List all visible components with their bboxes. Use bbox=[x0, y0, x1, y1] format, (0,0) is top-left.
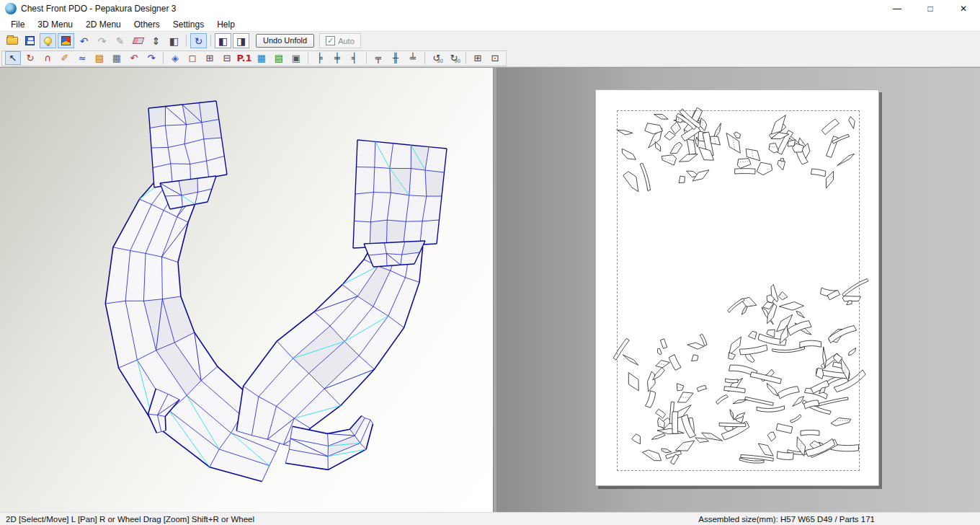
pattern-part[interactable] bbox=[737, 159, 751, 169]
pattern-part[interactable] bbox=[656, 409, 666, 418]
pattern-part[interactable] bbox=[646, 391, 656, 408]
texture-tool-icon[interactable]: ▦ bbox=[109, 51, 125, 65]
sync-views-icon[interactable]: ↻ bbox=[190, 33, 207, 48]
redo-icon[interactable]: ↷ bbox=[94, 33, 110, 48]
pattern-part[interactable] bbox=[767, 432, 775, 441]
pattern-part[interactable] bbox=[777, 451, 793, 460]
pattern-part[interactable] bbox=[735, 169, 755, 175]
pattern-part[interactable] bbox=[757, 162, 772, 175]
divide-edge-icon[interactable]: ⊟ bbox=[219, 51, 235, 65]
pattern-part[interactable] bbox=[658, 418, 665, 428]
pattern-part[interactable] bbox=[660, 339, 667, 349]
pattern-part[interactable] bbox=[700, 118, 707, 131]
pattern-part[interactable] bbox=[640, 163, 651, 190]
pattern-part[interactable] bbox=[632, 434, 641, 444]
pattern-part[interactable] bbox=[675, 441, 695, 451]
pattern-part[interactable] bbox=[648, 371, 656, 392]
pattern-part[interactable] bbox=[719, 423, 746, 426]
pattern-part[interactable] bbox=[687, 343, 704, 349]
undo-icon[interactable]: ↶ bbox=[76, 33, 92, 48]
pattern-part[interactable] bbox=[790, 415, 801, 423]
pattern-part[interactable] bbox=[672, 412, 678, 433]
pattern-part[interactable] bbox=[653, 368, 665, 380]
select-move-icon[interactable]: ↖ bbox=[5, 51, 21, 65]
pattern-part[interactable] bbox=[842, 279, 868, 297]
pattern-part[interactable] bbox=[651, 433, 665, 439]
pattern-part[interactable] bbox=[779, 291, 788, 300]
open-file-icon[interactable] bbox=[4, 33, 20, 48]
pattern-part[interactable] bbox=[741, 306, 747, 314]
pattern-part[interactable] bbox=[757, 406, 785, 412]
pattern-part[interactable] bbox=[654, 115, 669, 120]
pattern-part[interactable] bbox=[655, 141, 661, 151]
pattern-part[interactable] bbox=[821, 119, 839, 135]
pattern-part[interactable] bbox=[800, 340, 821, 348]
undo-unfold-button[interactable]: Undo Unfold bbox=[256, 34, 314, 48]
pattern-part[interactable] bbox=[831, 418, 851, 426]
save-file-icon[interactable] bbox=[22, 33, 38, 48]
pattern-part[interactable] bbox=[726, 379, 739, 383]
sheet-grid-icon[interactable]: ▦ bbox=[254, 51, 270, 65]
print-icon[interactable]: ▣ bbox=[288, 51, 304, 65]
rotate-right-90-icon[interactable]: ↻90 bbox=[446, 51, 462, 65]
light-toggle-icon[interactable] bbox=[40, 33, 56, 48]
pattern-part[interactable] bbox=[622, 149, 636, 159]
join-edge-icon[interactable]: ⊞ bbox=[202, 51, 218, 65]
menu-3d[interactable]: 3D Menu bbox=[31, 19, 79, 30]
pattern-part[interactable] bbox=[750, 372, 781, 384]
scale-check-icon[interactable]: ▤ bbox=[271, 51, 287, 65]
pattern-part[interactable] bbox=[669, 355, 681, 371]
frame-select-icon[interactable]: ◻ bbox=[184, 51, 200, 65]
pattern-part[interactable] bbox=[748, 331, 757, 339]
3d-viewport[interactable] bbox=[0, 68, 493, 512]
pattern-part[interactable] bbox=[697, 385, 706, 392]
pattern-part[interactable] bbox=[724, 387, 745, 393]
auto-unfold-control[interactable]: ✓ Auto bbox=[319, 33, 361, 48]
view-3d-only-icon[interactable]: ◧ bbox=[215, 33, 231, 48]
flap-tool-icon[interactable]: ▤ bbox=[92, 51, 107, 65]
2d-viewport[interactable] bbox=[497, 68, 980, 512]
pattern-part[interactable] bbox=[801, 430, 819, 436]
pattern-part[interactable] bbox=[679, 176, 685, 183]
pattern-part[interactable] bbox=[677, 392, 693, 402]
pattern-part[interactable] bbox=[692, 355, 698, 361]
pattern-part[interactable] bbox=[776, 423, 793, 433]
pattern-part[interactable] bbox=[733, 400, 747, 404]
texture-cube-icon[interactable] bbox=[58, 33, 74, 48]
pattern-part[interactable] bbox=[662, 155, 676, 165]
pattern-part[interactable] bbox=[767, 330, 775, 338]
pattern-part[interactable] bbox=[739, 345, 767, 355]
menu-help[interactable]: Help bbox=[210, 19, 241, 30]
pattern-part[interactable] bbox=[758, 444, 773, 456]
pattern-part[interactable] bbox=[848, 348, 855, 355]
menu-settings[interactable]: Settings bbox=[166, 19, 210, 30]
pattern-part[interactable] bbox=[664, 131, 675, 140]
pattern-part[interactable] bbox=[623, 172, 638, 192]
pattern-part[interactable] bbox=[729, 337, 741, 356]
align-right-icon[interactable]: ╡ bbox=[347, 51, 362, 65]
close-button[interactable]: ✕ bbox=[947, 0, 980, 17]
align-middle-icon[interactable]: ╫ bbox=[388, 51, 404, 65]
align-center-icon[interactable]: ╪ bbox=[329, 51, 345, 65]
pattern-part[interactable] bbox=[793, 397, 804, 407]
pattern-part[interactable] bbox=[671, 122, 681, 134]
import-export-icon[interactable]: ⇕ bbox=[148, 33, 164, 48]
step-back-icon[interactable]: ↶ bbox=[126, 51, 142, 65]
pattern-part[interactable] bbox=[849, 117, 855, 129]
rotate-left-90-icon[interactable]: ↺90 bbox=[429, 51, 445, 65]
eraser-tool-icon[interactable] bbox=[130, 33, 146, 48]
spread-parts-icon[interactable]: ⊞ bbox=[470, 51, 486, 65]
pattern-part[interactable] bbox=[662, 449, 672, 453]
pattern-part[interactable] bbox=[642, 450, 661, 461]
minimize-button[interactable]: — bbox=[881, 0, 914, 17]
pattern-part[interactable] bbox=[617, 130, 633, 135]
brush-tool-icon[interactable]: ✐ bbox=[57, 51, 73, 65]
pattern-part[interactable] bbox=[796, 311, 804, 317]
pattern-part[interactable] bbox=[716, 394, 729, 404]
half-box-icon[interactable]: ◧ bbox=[166, 33, 182, 48]
align-left-icon[interactable]: ╞ bbox=[312, 51, 328, 65]
pattern-part[interactable] bbox=[817, 397, 848, 407]
rotate-part-icon[interactable]: ↻ bbox=[22, 51, 38, 65]
page-number-icon[interactable]: P.1 bbox=[236, 51, 252, 65]
step-forward-icon[interactable]: ↷ bbox=[143, 51, 159, 65]
